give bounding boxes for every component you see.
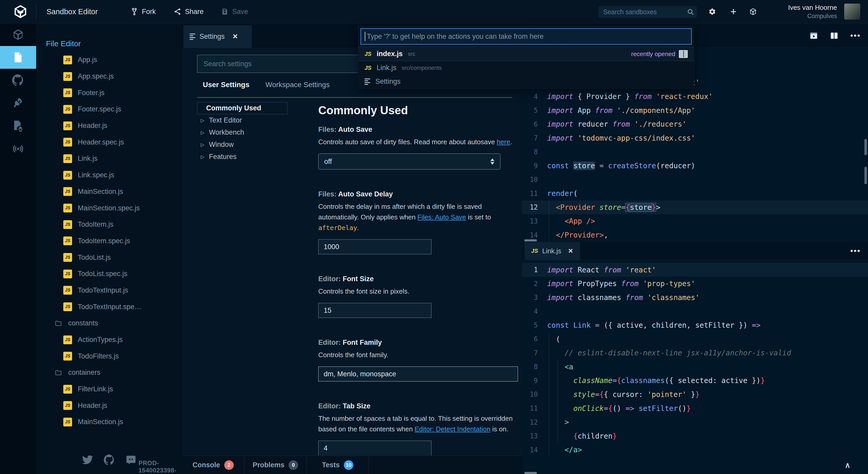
code-line-6[interactable]: 6import reducer from './reducers' [522, 117, 868, 131]
github-icon[interactable] [104, 454, 115, 465]
editor2-code[interactable]: 1import React from 'react'2import PropTy… [522, 260, 868, 457]
sandbox-search[interactable] [598, 6, 697, 18]
setting-select[interactable]: off [318, 153, 500, 170]
file-row[interactable]: JSTodoItem.js [36, 216, 182, 233]
avatar[interactable] [844, 4, 860, 20]
file-row[interactable]: JSLink.spec.js [36, 167, 182, 183]
setting-input[interactable] [318, 366, 518, 382]
setting-link[interactable]: Editor: Detect Indentation [414, 425, 490, 433]
rail-item-file[interactable] [0, 46, 36, 69]
settings-search-input[interactable] [203, 60, 359, 68]
folder-row[interactable]: containers [36, 364, 182, 381]
code-line-4[interactable]: 4import { Provider } from 'react-redux' [522, 90, 868, 103]
search-icon[interactable] [687, 8, 694, 16]
code-line-10[interactable]: 10 [522, 173, 868, 187]
palette-item-linkjs[interactable]: JSLink.jssrc/components [358, 61, 694, 75]
file-row[interactable]: JSApp.js [36, 52, 182, 68]
command-palette-input[interactable] [361, 28, 692, 45]
tree-item-commonly-used[interactable]: Commonly Used [197, 102, 287, 114]
rail-item-github[interactable] [0, 69, 36, 91]
collapse-panel-icon[interactable]: ∧ [845, 461, 850, 470]
close-icon[interactable]: ✕ [568, 247, 573, 255]
settings-search[interactable] [197, 55, 365, 73]
new-sandbox-button[interactable] [730, 0, 737, 23]
close-icon[interactable]: ✕ [232, 33, 238, 40]
codesandbox-logo-icon[interactable] [13, 5, 27, 19]
code-line-11[interactable]: 11 onClick={() => setFilter()} [522, 402, 868, 415]
editor1-vscrollbar-marker[interactable] [864, 167, 867, 184]
code-line-13[interactable]: 13 <App /> [522, 214, 868, 228]
file-row[interactable]: JSTodoFilters.js [36, 348, 182, 364]
file-row[interactable]: JSMainSection.js [36, 183, 182, 200]
file-row[interactable]: JSTodoTextInput.js [36, 282, 182, 299]
code-line-2[interactable]: 2import PropTypes from 'prop-types' [522, 277, 868, 291]
tab-problems[interactable]: Problems0 [244, 456, 307, 474]
code-line-1[interactable]: 1import React from 'react' [522, 263, 868, 277]
sandbox-search-input[interactable] [603, 8, 687, 16]
tree-item-text-editor[interactable]: ▷Text Editor [197, 114, 311, 126]
file-row[interactable]: JSHeader.spec.js [36, 134, 182, 150]
code-line-11[interactable]: 11render( [522, 187, 868, 201]
save-button[interactable]: Save [221, 0, 248, 23]
file-row[interactable]: JSMainSection.js [36, 414, 182, 430]
code-line-7[interactable]: 7 // eslint-disable-next-line jsx-a11y/a… [522, 346, 868, 360]
code-line-8[interactable]: 8 [522, 145, 868, 159]
file-row[interactable]: JSLink.js [36, 150, 182, 167]
code-line-3[interactable]: 3import classnames from 'classnames' [522, 291, 868, 305]
code-line-5[interactable]: 5const Link = ({ active, children, setFi… [522, 318, 868, 332]
code-line-4[interactable]: 4 [522, 304, 868, 318]
code-line-7[interactable]: 7import 'todomvc-app-css/index.css' [522, 131, 868, 145]
tab-user-settings[interactable]: User Settings [203, 81, 250, 89]
tree-item-workbench[interactable]: ▷Workbench [197, 126, 311, 139]
file-row[interactable]: JSTodoTextInput.spe… [36, 298, 182, 315]
setting-link[interactable]: here [497, 138, 510, 146]
share-button[interactable]: Share [174, 0, 204, 23]
code-line-12[interactable]: 12 > [522, 415, 868, 429]
more-actions-icon[interactable]: ••• [850, 31, 861, 40]
file-row[interactable]: JSHeader.js [36, 118, 182, 134]
rail-item-rocket[interactable] [0, 91, 36, 114]
split-window-icon[interactable] [679, 50, 688, 58]
code-line-8[interactable]: 8 <a [522, 360, 868, 374]
open-preview-icon[interactable] [809, 32, 818, 39]
tree-item-window[interactable]: ▷Window [197, 139, 311, 151]
file-row[interactable]: JSFooter.js [36, 85, 182, 101]
code-line-13[interactable]: 13 {children} [522, 429, 868, 443]
user-block[interactable]: Ives van Hoorne Compulves [788, 0, 837, 23]
rail-item-file-gear[interactable] [0, 114, 36, 137]
discord-icon[interactable] [126, 454, 136, 465]
setting-input[interactable] [318, 303, 431, 318]
tab-settings[interactable]: Settings ✕ [183, 25, 252, 48]
split-view-icon[interactable] [830, 32, 838, 39]
dashboard-button[interactable] [749, 0, 757, 23]
file-row[interactable]: JSTodoList.spec.js [36, 266, 182, 282]
command-input[interactable] [366, 32, 687, 41]
file-row[interactable]: JSActionTypes.js [36, 332, 182, 348]
code-line-14[interactable]: 14 </Provider>, [522, 228, 868, 242]
setting-input[interactable] [318, 441, 431, 455]
code-line-9[interactable]: 9 className={classnames({ selected: acti… [522, 374, 868, 388]
code-line-14[interactable]: 14 </a> [522, 443, 868, 457]
rail-item-cube[interactable] [0, 23, 36, 46]
more-actions-icon[interactable]: ••• [850, 246, 861, 255]
fork-button[interactable]: Fork [130, 0, 156, 23]
palette-item-indexjs[interactable]: JSindex.jssrcrecently opened [358, 47, 694, 61]
file-row[interactable]: JSMainSection.spec.js [36, 200, 182, 216]
tree-item-features[interactable]: ▷Features [197, 151, 311, 163]
tab-console[interactable]: Console2 [182, 456, 244, 474]
folder-row[interactable]: constants [36, 315, 182, 332]
file-row[interactable]: JSTodoItem.spec.js [36, 233, 182, 249]
file-row[interactable]: JSFilterLink.js [36, 381, 182, 397]
code-line-9[interactable]: 9const store = createStore(reducer) [522, 159, 868, 173]
editor1-vscrollbar[interactable] [864, 139, 867, 155]
file-row[interactable]: JSHeader.js [36, 397, 182, 414]
file-row[interactable]: JSFooter.spec.js [36, 101, 182, 118]
file-row[interactable]: JSApp.spec.js [36, 68, 182, 85]
tab-workspace-settings[interactable]: Workspace Settings [266, 81, 330, 89]
code-line-6[interactable]: 6 ( [522, 332, 868, 346]
preferences-button[interactable] [708, 0, 716, 23]
code-line-12[interactable]: 12 <Provider store={store}> [522, 201, 868, 214]
editor1-hscrollbar[interactable] [524, 239, 537, 241]
code-line-5[interactable]: 5import App from './components/App' [522, 103, 868, 117]
file-row[interactable]: JSTodoList.js [36, 249, 182, 266]
